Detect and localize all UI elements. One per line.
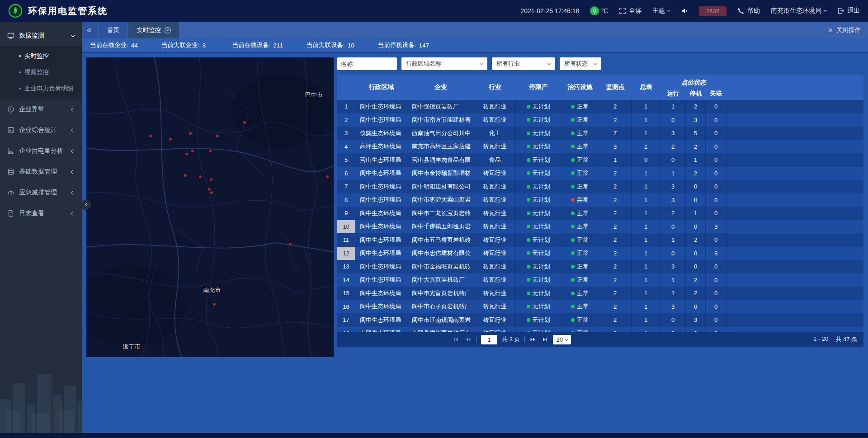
tab-1[interactable]: 实时监控× [128, 22, 179, 38]
map-pin[interactable] [214, 132, 221, 140]
map-panel[interactable]: 巴中市南充市遂宁市 [86, 57, 334, 357]
table-row[interactable]: 1阆中生态环境局阆中强锐页岩砖厂砖瓦行业无计划正常21120 [337, 100, 863, 113]
bullet-icon [19, 71, 21, 73]
cell-limit-production: 无计划 [516, 287, 561, 300]
map-collapse-handle[interactable] [81, 200, 91, 210]
status-dot-green [571, 265, 575, 268]
table-row[interactable]: 17阆中生态环境局阆中市江南镇阆南页岩砖瓦行业无计划正常21030 [337, 313, 863, 327]
map-pin[interactable] [241, 119, 248, 126]
map-pin[interactable] [208, 176, 215, 183]
cell-filler [726, 127, 863, 140]
sub-col-header: 运行 [660, 89, 686, 98]
page-size-select[interactable]: 20 [553, 335, 571, 344]
map-pin[interactable] [207, 147, 214, 155]
sidebar-group-6[interactable]: 日志查看 [0, 203, 82, 224]
cell-stopped: 2 [686, 140, 706, 154]
org-dropdown[interactable]: 南充市生态环境局 [771, 7, 826, 15]
table-header: 行政区域企业行业停限产治污设施监测点总表点位状态运行停机失联 [337, 75, 863, 100]
first-page-button[interactable] [453, 336, 460, 343]
last-page-button[interactable] [541, 336, 548, 343]
theme-dropdown[interactable]: 主题 [652, 7, 670, 15]
sidebar-group-5[interactable]: 应急减排管理 [0, 182, 82, 203]
table-row[interactable]: 18南部生态环境局南部县建兴页岩砖厂有砖瓦行业无计划正常21030 [337, 327, 863, 333]
cell-offline: 0 [706, 127, 726, 140]
tab-0[interactable]: 首页 [99, 22, 127, 38]
cell-filler [726, 153, 863, 167]
status-dot-green [527, 278, 530, 282]
sidebar-item-2[interactable]: 企业电力负荷明细 [0, 80, 82, 97]
close-operations-button[interactable]: 关闭操作 [820, 22, 868, 38]
sidebar-group-0[interactable]: 数据监测 [0, 25, 82, 46]
cell-industry: 砖瓦行业 [474, 220, 516, 234]
name-filter-input[interactable] [337, 57, 397, 70]
table-row[interactable]: 7阆中生态环境局阆中明阳建材有限公司砖瓦行业无计划正常21300 [337, 180, 863, 193]
table-row[interactable]: 6阆中生态环境局阆中市金博瑞新型墙材砖瓦行业无计划正常21120 [337, 167, 863, 180]
map-pin[interactable] [187, 130, 194, 137]
cell-filler [726, 100, 863, 113]
volume-button[interactable] [681, 7, 688, 14]
status-dot-green [527, 105, 530, 108]
cell-running: 3 [660, 260, 686, 273]
table-row[interactable]: 3仪陇生态环境局西南油气田分公司川中化工无计划正常71350 [337, 127, 863, 140]
map-pin[interactable] [197, 173, 204, 180]
table-row[interactable]: 10阆中生态环境局阆中千佛镇五郎垭页岩砖瓦行业无计划正常21003 [337, 220, 863, 234]
table-row[interactable]: 5营山生态环境局营山县润丰肉食品有限食品无计划正常10010 [337, 153, 863, 167]
map-pin[interactable] [147, 132, 154, 140]
cell-limit-production: 无计划 [516, 233, 561, 247]
fullscreen-button[interactable]: 全屏 [619, 7, 642, 15]
status-filter-select[interactable]: 所有状态 [560, 57, 601, 70]
chevron-left-icon [71, 149, 75, 153]
cell-limit-production: 无计划 [516, 167, 561, 180]
sidebar-group-1[interactable]: 企业异常 [0, 99, 82, 120]
cell-filler [726, 247, 863, 260]
sidebar-item-0[interactable]: 实时监控 [0, 48, 82, 64]
sidebar-group-4[interactable]: 基础数据管理 [0, 161, 82, 182]
table-row[interactable]: 11阆中生态环境局阆中市五马桥页岩机砖砖瓦行业无计划正常21120 [337, 233, 863, 247]
tabs-scroll-left-button[interactable] [82, 22, 98, 38]
table-row[interactable]: 15阆中生态环境局阆中市光富页岩机砖厂砖瓦行业无计划正常21120 [337, 287, 863, 300]
prev-page-button[interactable] [464, 336, 472, 343]
table-row[interactable]: 8阆中生态环境局阆中市枣碧大梁山页岩砖瓦行业无计划异常21300 [337, 193, 863, 207]
map-pin[interactable] [287, 240, 294, 248]
cell-running: 3 [660, 180, 686, 193]
sidebar-item-1[interactable]: 视频监控 [0, 64, 82, 80]
status-dot-green [527, 158, 530, 162]
map-pin[interactable] [208, 189, 215, 196]
stat-item-0: 当前在线企业:44 [90, 41, 138, 49]
page-number-input[interactable] [481, 335, 497, 344]
map-pin[interactable] [182, 172, 189, 179]
table-row[interactable]: 16阆中生态环境局阆中市石子页岩机砖厂砖瓦行业无计划正常21300 [337, 300, 863, 314]
table-row[interactable]: 13阆中生态环境局阆中市金福旺页岩机砖砖瓦行业无计划正常21300 [337, 260, 863, 273]
logout-button[interactable]: 退出 [837, 7, 860, 15]
sidebar-group-label: 数据监测 [19, 32, 67, 40]
sidebar-group-3[interactable]: 企业用电量分析 [0, 141, 82, 161]
cell-monitor-points: 2 [599, 193, 632, 207]
map-pin[interactable] [189, 147, 196, 155]
cell-index: 6 [337, 167, 355, 180]
table-row[interactable]: 4高坪生态环境局南充市高坪区王家店建砖瓦行业无计划正常31220 [337, 140, 863, 154]
cell-pollution-facility: 正常 [561, 127, 599, 140]
region-filter-select[interactable]: 行政区域名称 [401, 57, 487, 70]
cell-index: 14 [337, 273, 355, 287]
cell-pollution-facility: 正常 [561, 153, 599, 167]
table-row[interactable]: 14阆中生态环境局阆中大兴页岩机砖厂砖瓦行业无计划正常21120 [337, 273, 863, 287]
table-row[interactable]: 12阆中生态环境局阆中市忠信建材有限公砖瓦行业无计划正常21003 [337, 247, 863, 260]
cell-running: 1 [660, 100, 686, 113]
map-pin[interactable] [324, 173, 331, 180]
sidebar-group-2[interactable]: 企业综合统计 [0, 120, 82, 141]
stat-item-2: 当前在线设备:211 [232, 41, 283, 49]
cell-stopped: 2 [686, 273, 706, 287]
next-page-button[interactable] [529, 336, 537, 343]
tab-close-icon[interactable]: × [165, 27, 171, 33]
cell-limit-production: 无计划 [516, 193, 561, 207]
industry-filter-select[interactable]: 所有行业 [492, 57, 555, 70]
table-row[interactable]: 2阆中生态环境局阆中市南方节能建材有砖瓦行业无计划正常21030 [337, 113, 863, 127]
cell-offline: 0 [706, 260, 726, 273]
table-row[interactable]: 9阆中生态环境局阆中市二龙长宝页岩砖砖瓦行业无计划正常21210 [337, 207, 863, 220]
map-pin[interactable] [211, 301, 218, 308]
alert-icon [7, 106, 14, 113]
cell-region: 阆中生态环境局 [355, 260, 407, 273]
cell-offline: 0 [706, 313, 726, 327]
help-button[interactable]: 帮助 [737, 7, 760, 15]
map-pin[interactable] [167, 136, 174, 143]
